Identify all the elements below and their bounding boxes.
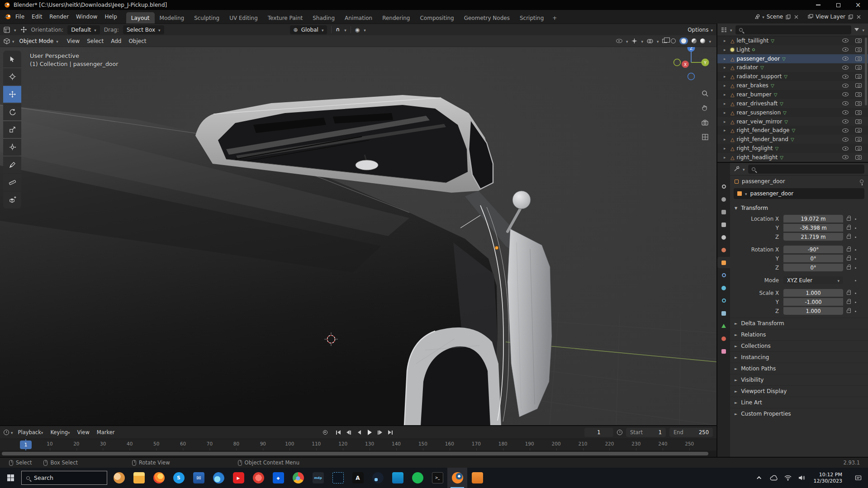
properties-search-input[interactable] (748, 165, 864, 174)
workspace-tab-sculpting[interactable]: Sculpting (189, 12, 224, 24)
overlays-chevron-icon[interactable] (657, 38, 659, 44)
view-layer-selector[interactable]: View Layer (807, 14, 862, 20)
breadcrumb-object-name[interactable]: passenger_door (742, 178, 785, 185)
chevron-down-icon[interactable] (743, 166, 745, 172)
hidden-icons-chevron-icon[interactable] (756, 474, 764, 482)
material-tab[interactable] (717, 333, 730, 344)
number-field-y[interactable]: -36.398 m (783, 224, 843, 232)
number-field-scale-x[interactable]: 1.000 (783, 289, 843, 297)
modifiers-tab[interactable] (717, 270, 730, 281)
play-reverse-button[interactable] (355, 428, 364, 437)
prime-video-icon[interactable] (388, 468, 408, 488)
animate-decorator-icon[interactable] (855, 218, 856, 220)
text-editor-a-icon[interactable]: A (348, 468, 368, 488)
pan-hand-icon[interactable] (701, 104, 709, 112)
expand-arrow-icon[interactable]: ▸ (724, 137, 728, 142)
animate-decorator-icon[interactable] (855, 293, 856, 294)
workspace-tab-geometry-nodes[interactable]: Geometry Nodes (459, 12, 515, 24)
section-visibility[interactable]: Visibility (730, 374, 868, 385)
disable-in-render-icon[interactable] (855, 128, 862, 133)
number-field-z[interactable]: 0° (783, 264, 843, 272)
options-dropdown[interactable]: Options (688, 27, 713, 33)
hide-in-viewport-icon[interactable] (842, 110, 849, 114)
outliner-item-radiator[interactable]: ▸radiator (717, 63, 868, 72)
expand-arrow-icon[interactable]: ▸ (724, 47, 728, 52)
output-tab[interactable] (717, 206, 730, 218)
viewport-menu-object[interactable]: Object (125, 37, 150, 46)
animate-decorator-icon[interactable] (855, 258, 856, 260)
disable-in-render-icon[interactable] (855, 101, 862, 106)
disable-in-render-icon[interactable] (855, 155, 862, 160)
expand-arrow-icon[interactable]: ▸ (724, 155, 728, 160)
workspace-tab-scripting[interactable]: Scripting (515, 12, 549, 24)
expand-arrow-icon[interactable]: ▸ (724, 128, 728, 133)
action-center-icon[interactable] (850, 468, 866, 488)
workspace-tab-layout[interactable]: Layout (126, 12, 155, 24)
rotation-mode-dropdown[interactable]: XYZ Euler (783, 276, 843, 284)
number-field-z[interactable]: 21.719 m (783, 233, 843, 241)
render-tab[interactable] (717, 194, 730, 205)
outliner-search-input[interactable] (735, 25, 852, 34)
properties-editor-icon[interactable] (734, 166, 740, 172)
overlays-icon[interactable] (647, 38, 653, 44)
hide-in-viewport-icon[interactable] (842, 57, 849, 61)
spotify-icon[interactable] (408, 468, 427, 488)
editor-type-icon[interactable] (4, 27, 10, 33)
section-viewport-display[interactable]: Viewport Display (730, 385, 868, 397)
onedrive-cloud-icon[interactable] (770, 474, 778, 482)
workspace-tab-compositing[interactable]: Compositing (415, 12, 459, 24)
new-view-layer-icon[interactable] (848, 14, 854, 20)
section-collections[interactable]: Collections (730, 340, 868, 351)
orientation-dropdown[interactable]: Default (67, 25, 100, 34)
hide-in-viewport-icon[interactable] (842, 92, 849, 96)
animate-decorator-icon[interactable] (855, 311, 856, 312)
outliner-item-rear-brakes[interactable]: ▸rear_brakes (717, 81, 868, 90)
taskbar-clock[interactable]: 10:12 PM 12/30/2023 (812, 472, 844, 484)
object-data-tab[interactable] (717, 320, 730, 332)
animate-decorator-icon[interactable] (855, 267, 856, 269)
tool-move-button[interactable] (3, 86, 21, 103)
shading-material-icon[interactable] (692, 38, 697, 43)
hide-in-viewport-icon[interactable] (842, 66, 849, 70)
lock-icon[interactable] (847, 257, 851, 261)
disable-in-render-icon[interactable] (855, 137, 862, 142)
animate-decorator-icon[interactable] (855, 280, 856, 281)
outliner-item-right-fender-badge[interactable]: ▸right_fender_badge (717, 126, 868, 135)
outliner-item-left-taillight[interactable]: ▸left_taillight (717, 36, 868, 45)
shading-solid-active[interactable] (679, 38, 688, 44)
lock-icon[interactable] (847, 218, 851, 221)
texture-tab[interactable] (717, 346, 730, 357)
jump-to-end-button[interactable] (386, 428, 395, 437)
mail-icon[interactable]: ✉ (189, 468, 209, 488)
steam-icon[interactable] (368, 468, 388, 488)
physics-tab[interactable] (717, 295, 730, 306)
zoom-icon[interactable] (701, 90, 709, 98)
minimize-button[interactable] (808, 0, 828, 10)
outliner-item-rear-driveshaft[interactable]: ▸rear_driveshaft (717, 99, 868, 108)
mdp-app-icon[interactable]: mdp (308, 468, 328, 488)
expand-arrow-icon[interactable]: ▸ (724, 119, 728, 124)
object-constraints-tab[interactable] (717, 308, 730, 319)
wifi-icon[interactable] (784, 474, 792, 482)
section-relations[interactable]: Relations (730, 329, 868, 340)
disable-in-render-icon[interactable] (855, 92, 862, 97)
edge-icon[interactable] (209, 468, 228, 488)
number-field-location-x[interactable]: 19.072 m (783, 215, 843, 223)
shading-wireframe-icon[interactable] (671, 38, 676, 43)
hide-in-viewport-icon[interactable] (842, 147, 849, 151)
expand-arrow-icon[interactable]: ▸ (724, 83, 728, 88)
taskbar-search-input[interactable]: Search (21, 471, 107, 485)
menu-render[interactable]: Render (46, 12, 72, 21)
world-tab[interactable] (717, 244, 730, 256)
expand-arrow-icon[interactable]: ▸ (724, 146, 728, 151)
object-name-field[interactable]: passenger_door (734, 188, 864, 199)
object-properties-tab[interactable] (717, 257, 730, 268)
viewport-menu-add[interactable]: Add (107, 37, 125, 46)
lock-icon[interactable] (847, 227, 851, 230)
number-field-rotation-x[interactable]: -90° (783, 246, 843, 254)
chevron-down-icon[interactable] (12, 38, 14, 44)
outliner-item-right-fender-brand[interactable]: ▸right_fender_brand (717, 135, 868, 144)
outliner-editor-icon[interactable] (721, 27, 727, 33)
outliner-item-radiator-support[interactable]: ▸radiator_support (717, 72, 868, 81)
people-app-icon[interactable] (109, 468, 129, 488)
